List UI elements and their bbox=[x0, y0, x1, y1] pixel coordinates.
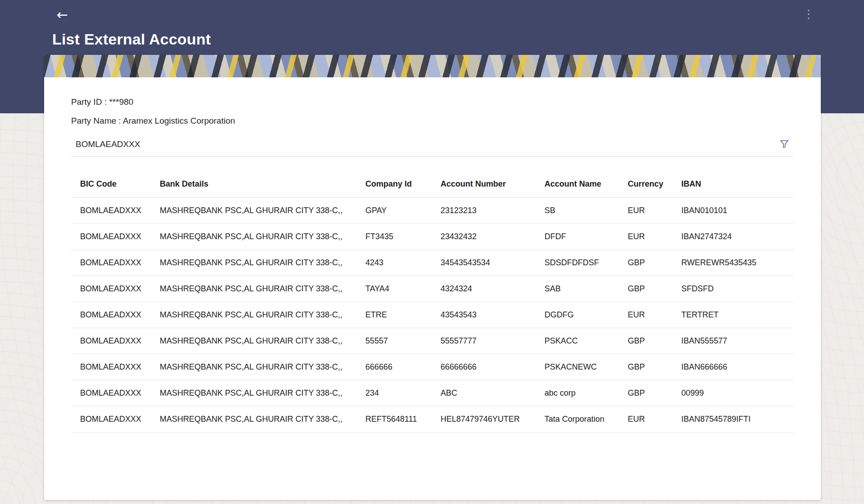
table-cell: 23123213 bbox=[432, 197, 536, 223]
table-cell: HEL87479746YUTER bbox=[432, 406, 536, 432]
table-cell: 4324324 bbox=[432, 276, 536, 302]
column-header-iban: IBAN bbox=[672, 171, 794, 197]
table-cell: FT3435 bbox=[356, 223, 432, 250]
content-card: Party ID : ***980 Party Name : Aramex Lo… bbox=[44, 55, 821, 500]
table-cell: SFDSFD bbox=[672, 276, 794, 302]
table-cell: PSKACC bbox=[536, 328, 619, 354]
table-cell: IBAN87545789IFTI bbox=[672, 406, 794, 432]
column-header-account-number: Account Number bbox=[432, 171, 536, 197]
table-cell: 666666 bbox=[356, 354, 432, 380]
table-cell: 23432432 bbox=[432, 223, 536, 250]
table-cell: MASHREQBANK PSC,AL GHURAIR CITY 338-C,, bbox=[151, 302, 356, 328]
external-accounts-table: BIC Code Bank Details Company Id Account… bbox=[71, 171, 794, 433]
filter-input[interactable] bbox=[71, 137, 778, 152]
table-cell: REFT5648111 bbox=[356, 406, 432, 432]
table-cell: MASHREQBANK PSC,AL GHURAIR CITY 338-C,, bbox=[151, 276, 356, 302]
column-header-bank-details: Bank Details bbox=[151, 171, 356, 197]
table-row[interactable]: BOMLAEADXXXMASHREQBANK PSC,AL GHURAIR CI… bbox=[71, 380, 794, 406]
filter-button[interactable] bbox=[778, 138, 791, 151]
table-row[interactable]: BOMLAEADXXXMASHREQBANK PSC,AL GHURAIR CI… bbox=[71, 276, 794, 302]
table-cell: BOMLAEADXXX bbox=[71, 197, 151, 223]
table-cell: BOMLAEADXXX bbox=[71, 406, 151, 432]
table-cell: DGDFG bbox=[536, 302, 619, 328]
table-cell: SB bbox=[536, 197, 619, 223]
table-cell: TERTRET bbox=[672, 302, 794, 328]
table-cell: EUR bbox=[619, 223, 672, 250]
column-header-bic-code: BIC Code bbox=[71, 171, 151, 197]
overflow-menu-button[interactable]: ⋮ bbox=[803, 8, 814, 20]
back-button[interactable]: ← bbox=[57, 8, 68, 22]
table-cell: 55557777 bbox=[432, 328, 536, 354]
column-header-account-name: Account Name bbox=[536, 171, 619, 197]
table-cell: 234 bbox=[356, 380, 432, 406]
table-cell: BOMLAEADXXX bbox=[71, 328, 151, 354]
table-cell: Tata Corporation bbox=[536, 406, 619, 432]
table-cell: BOMLAEADXXX bbox=[71, 223, 151, 250]
page-background: ← ⋮ List External Account Party ID : ***… bbox=[0, 0, 864, 504]
table-cell: IBAN666666 bbox=[672, 354, 794, 380]
party-name-text: Party Name : Aramex Logistics Corporatio… bbox=[71, 116, 794, 126]
table-cell: EUR bbox=[619, 197, 672, 223]
table-cell: SDSDFDFDSF bbox=[536, 250, 619, 276]
table-cell: MASHREQBANK PSC,AL GHURAIR CITY 338-C,, bbox=[151, 328, 356, 354]
table-cell: MASHREQBANK PSC,AL GHURAIR CITY 338-C,, bbox=[151, 354, 356, 380]
decorative-currency-banner bbox=[44, 55, 821, 77]
filter-funnel-icon bbox=[779, 139, 789, 149]
table-cell: MASHREQBANK PSC,AL GHURAIR CITY 338-C,, bbox=[151, 250, 356, 276]
table-row[interactable]: BOMLAEADXXXMASHREQBANK PSC,AL GHURAIR CI… bbox=[71, 406, 794, 432]
column-header-company-id: Company Id bbox=[356, 171, 432, 197]
table-header-row: BIC Code Bank Details Company Id Account… bbox=[71, 171, 794, 197]
column-header-currency: Currency bbox=[619, 171, 672, 197]
party-id-text: Party ID : ***980 bbox=[71, 97, 794, 107]
table-cell: GBP bbox=[619, 328, 672, 354]
table-cell: 66666666 bbox=[432, 354, 536, 380]
table-body: BOMLAEADXXXMASHREQBANK PSC,AL GHURAIR CI… bbox=[71, 197, 794, 432]
table-cell: MASHREQBANK PSC,AL GHURAIR CITY 338-C,, bbox=[151, 406, 356, 432]
table-row[interactable]: BOMLAEADXXXMASHREQBANK PSC,AL GHURAIR CI… bbox=[71, 197, 794, 223]
table-cell: IBAN2747324 bbox=[672, 223, 794, 250]
table-cell: EUR bbox=[619, 406, 672, 432]
card-body: Party ID : ***980 Party Name : Aramex Lo… bbox=[44, 77, 821, 433]
table-cell: BOMLAEADXXX bbox=[71, 276, 151, 302]
table-cell: BOMLAEADXXX bbox=[71, 302, 151, 328]
filter-bar bbox=[71, 137, 794, 157]
table-row[interactable]: BOMLAEADXXXMASHREQBANK PSC,AL GHURAIR CI… bbox=[71, 328, 794, 354]
table-cell: IBAN010101 bbox=[672, 197, 794, 223]
table-cell: MASHREQBANK PSC,AL GHURAIR CITY 338-C,, bbox=[151, 223, 356, 250]
table-cell: MASHREQBANK PSC,AL GHURAIR CITY 338-C,, bbox=[151, 380, 356, 406]
table-row[interactable]: BOMLAEADXXXMASHREQBANK PSC,AL GHURAIR CI… bbox=[71, 302, 794, 328]
table-cell: PSKACNEWC bbox=[536, 354, 619, 380]
table-cell: MASHREQBANK PSC,AL GHURAIR CITY 338-C,, bbox=[151, 197, 356, 223]
table-cell: 34543543534 bbox=[432, 250, 536, 276]
table-cell: RWEREWR5435435 bbox=[672, 250, 794, 276]
table-cell: 4243 bbox=[356, 250, 432, 276]
table-cell: ABC bbox=[432, 380, 536, 406]
table-cell: IBAN555577 bbox=[672, 328, 794, 354]
table-cell: GBP bbox=[619, 276, 672, 302]
table-cell: GBP bbox=[619, 354, 672, 380]
back-arrow-icon: ← bbox=[57, 7, 68, 22]
table-cell: 00999 bbox=[672, 380, 794, 406]
table-cell: 43543543 bbox=[432, 302, 536, 328]
table-row[interactable]: BOMLAEADXXXMASHREQBANK PSC,AL GHURAIR CI… bbox=[71, 223, 794, 250]
table-cell: GBP bbox=[619, 380, 672, 406]
table-cell: GPAY bbox=[356, 197, 432, 223]
table-cell: EUR bbox=[619, 302, 672, 328]
table-cell: DFDF bbox=[536, 223, 619, 250]
table-row[interactable]: BOMLAEADXXXMASHREQBANK PSC,AL GHURAIR CI… bbox=[71, 354, 794, 380]
table-cell: GBP bbox=[619, 250, 672, 276]
table-cell: BOMLAEADXXX bbox=[71, 250, 151, 276]
table-cell: BOMLAEADXXX bbox=[71, 380, 151, 406]
table-cell: abc corp bbox=[536, 380, 619, 406]
table-cell: 55557 bbox=[356, 328, 432, 354]
kebab-menu-icon: ⋮ bbox=[803, 7, 814, 21]
table-cell: TAYA4 bbox=[356, 276, 432, 302]
table-cell: ETRE bbox=[356, 302, 432, 328]
page-title: List External Account bbox=[52, 31, 211, 48]
table-row[interactable]: BOMLAEADXXXMASHREQBANK PSC,AL GHURAIR CI… bbox=[71, 250, 794, 276]
table-cell: SAB bbox=[536, 276, 619, 302]
table-cell: BOMLAEADXXX bbox=[71, 354, 151, 380]
